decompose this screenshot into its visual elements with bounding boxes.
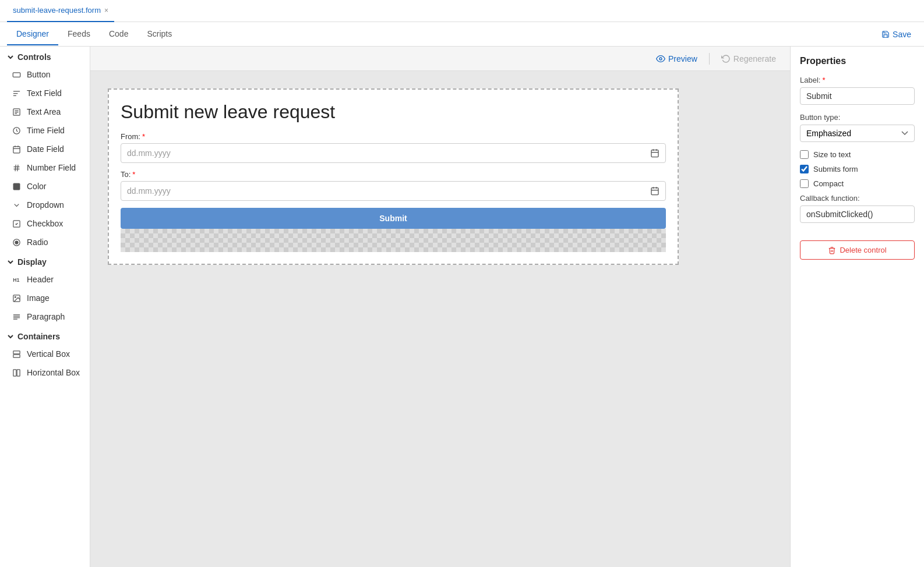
time-field-icon <box>12 126 21 135</box>
header-icon: H1 <box>12 275 21 284</box>
chevron-down-icon <box>7 54 14 61</box>
file-tab-bar: submit-leave-request.form × <box>0 0 924 22</box>
button-icon <box>12 70 21 79</box>
to-date-placeholder: dd.mm.yyyy <box>127 186 171 196</box>
tab-designer[interactable]: Designer <box>7 23 58 45</box>
to-date-input[interactable]: dd.mm.yyyy <box>121 181 666 201</box>
chevron-down-icon <box>7 258 14 265</box>
checkbox-icon <box>12 219 21 228</box>
sidebar-item-paragraph[interactable]: Paragraph <box>0 307 90 326</box>
controls-section-header[interactable]: Controls <box>0 47 90 65</box>
text-field-icon <box>12 88 21 98</box>
svg-rect-3 <box>13 146 19 153</box>
number-field-icon <box>12 163 21 172</box>
form-container: Submit new leave request From: * dd.mm.y… <box>108 88 679 265</box>
delete-control-button[interactable]: Delete control <box>800 240 915 260</box>
file-tab[interactable]: submit-leave-request.form × <box>7 0 114 22</box>
submits-form-label: Submits form <box>813 165 858 173</box>
calendar-input-icon <box>650 148 660 158</box>
chevron-down-icon <box>7 333 14 340</box>
button-type-select[interactable]: Emphasized Standard Ghost Transparent <box>800 125 915 142</box>
sidebar-item-label: Image <box>27 293 50 303</box>
svg-point-17 <box>15 296 16 297</box>
text-area-icon <box>12 107 21 116</box>
dropdown-icon <box>12 200 21 210</box>
size-to-text-checkbox[interactable] <box>800 150 809 159</box>
toolbar-divider <box>709 53 710 65</box>
sidebar-item-label: Button <box>27 70 50 79</box>
svg-line-9 <box>15 164 16 171</box>
save-icon <box>881 30 890 38</box>
svg-rect-11 <box>13 183 19 189</box>
sidebar-item-color[interactable]: Color <box>0 177 90 196</box>
drop-zone <box>121 229 666 252</box>
sidebar-item-radio[interactable]: Radio <box>0 233 90 251</box>
sidebar-item-label: Header <box>27 275 54 284</box>
save-button[interactable]: Save <box>876 26 917 42</box>
date-field-icon <box>12 144 21 154</box>
size-to-text-label: Size to text <box>813 150 851 159</box>
sidebar-item-header[interactable]: H1 Header <box>0 270 90 289</box>
compact-label: Compact <box>813 179 844 188</box>
regenerate-icon <box>721 54 731 63</box>
compact-row: Compact <box>800 179 915 188</box>
tab-feeds[interactable]: Feeds <box>58 23 100 45</box>
sidebar-item-label: Number Field <box>27 163 76 172</box>
from-date-input[interactable]: dd.mm.yyyy <box>121 143 666 163</box>
label-required-indicator: * <box>822 76 825 84</box>
save-label: Save <box>893 30 911 39</box>
sidebar-item-text-field[interactable]: Text Field <box>0 84 90 102</box>
properties-panel: Properties Label: * Button type: Emphasi… <box>790 47 924 567</box>
button-type-label: Button type: <box>800 113 915 122</box>
form-submit-button[interactable]: Submit <box>121 208 666 229</box>
callback-label: Callback function: <box>800 194 915 203</box>
canvas-area: Preview Regenerate Submit new leave requ… <box>90 47 790 567</box>
file-tab-close-icon[interactable]: × <box>104 6 108 15</box>
display-label: Display <box>17 257 47 267</box>
svg-rect-0 <box>13 72 20 77</box>
from-date-placeholder: dd.mm.yyyy <box>127 148 171 158</box>
svg-rect-22 <box>13 350 19 353</box>
sidebar-item-dropdown[interactable]: Dropdown <box>0 196 90 214</box>
canvas-toolbar: Preview Regenerate <box>90 47 790 71</box>
sidebar-item-date-field[interactable]: Date Field <box>0 140 90 158</box>
label-field-label: Label: * <box>800 76 915 84</box>
eye-icon <box>656 54 665 63</box>
sidebar-item-checkbox[interactable]: Checkbox <box>0 214 90 233</box>
sidebar-item-horizontal-box[interactable]: Horizontal Box <box>0 363 90 382</box>
callback-input[interactable] <box>800 205 915 223</box>
to-label: To: * <box>121 170 666 179</box>
submits-form-checkbox[interactable] <box>800 165 809 173</box>
svg-rect-25 <box>17 369 20 375</box>
regenerate-button[interactable]: Regenerate <box>717 52 781 66</box>
sidebar-item-time-field[interactable]: Time Field <box>0 121 90 140</box>
tab-scripts[interactable]: Scripts <box>137 23 181 45</box>
compact-checkbox[interactable] <box>800 179 809 188</box>
main-layout: Controls Button Text Field Text Area Tim… <box>0 47 924 567</box>
display-section-header[interactable]: Display <box>0 251 90 270</box>
color-icon <box>12 182 21 191</box>
sidebar-item-image[interactable]: Image <box>0 289 90 307</box>
label-input[interactable] <box>800 87 915 105</box>
size-to-text-row: Size to text <box>800 150 915 159</box>
sidebar-item-text-area[interactable]: Text Area <box>0 102 90 121</box>
from-field-group: From: * dd.mm.yyyy <box>121 132 666 163</box>
preview-button[interactable]: Preview <box>651 52 702 66</box>
vertical-box-icon <box>12 349 21 359</box>
tab-code[interactable]: Code <box>100 23 137 45</box>
sidebar-item-number-field[interactable]: Number Field <box>0 158 90 177</box>
containers-section-header[interactable]: Containers <box>0 326 90 345</box>
sidebar-item-label: Checkbox <box>27 219 63 228</box>
to-required-indicator: * <box>132 170 135 179</box>
trash-icon <box>828 246 836 254</box>
controls-label: Controls <box>17 52 51 62</box>
svg-rect-31 <box>651 188 658 195</box>
calendar-input-icon <box>650 186 660 196</box>
sidebar-item-label: Horizontal Box <box>27 368 80 377</box>
svg-rect-23 <box>13 355 19 357</box>
sidebar-item-button[interactable]: Button <box>0 65 90 84</box>
svg-point-26 <box>660 58 662 60</box>
properties-title: Properties <box>800 56 915 66</box>
sidebar-item-vertical-box[interactable]: Vertical Box <box>0 345 90 363</box>
sidebar-item-label: Text Area <box>27 107 61 116</box>
